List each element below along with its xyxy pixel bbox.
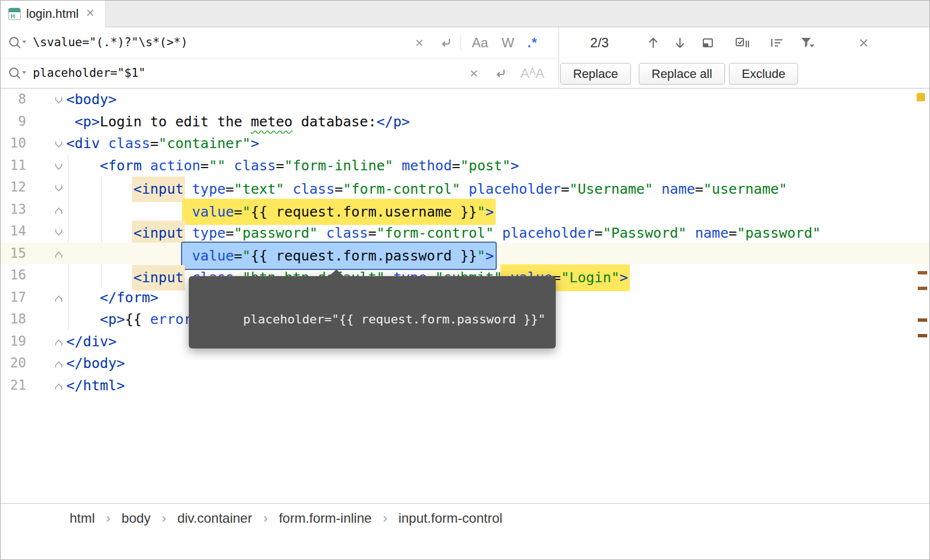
code-token: = (452, 158, 460, 174)
code-token (184, 248, 192, 264)
open-in-find-window-button[interactable] (696, 27, 720, 58)
code-line[interactable]: 21</html> (1, 375, 929, 397)
tooltip-arrow (329, 269, 344, 276)
code-token (494, 225, 502, 241)
select-all-occurrences-button[interactable] (730, 27, 755, 58)
line-number: 20 (1, 352, 26, 375)
replace-input[interactable] (33, 62, 400, 84)
whole-words-toggle[interactable]: W (495, 27, 521, 58)
find-input[interactable] (33, 31, 400, 53)
code-token: = (594, 225, 603, 241)
breadcrumb-item[interactable]: form.form-inline (279, 510, 372, 526)
gutter (26, 308, 66, 331)
code-token: class (234, 158, 276, 174)
clear-find-icon[interactable] (407, 27, 432, 58)
fold-end-icon[interactable] (55, 352, 63, 375)
code-line[interactable]: 8<body> (1, 89, 929, 111)
gutter (26, 176, 66, 199)
line-number: 17 (1, 287, 26, 309)
next-occurrence-button[interactable] (668, 27, 692, 58)
code-token: > (251, 135, 259, 151)
fold-end-icon[interactable] (55, 199, 63, 221)
code-token: <input (133, 269, 183, 286)
gutter (26, 331, 66, 353)
code-token (653, 181, 662, 197)
code-token: </html> (66, 377, 125, 394)
gutter (26, 111, 66, 133)
code-token: " (477, 248, 486, 264)
match-case-toggle[interactable]: Aa (467, 27, 493, 58)
breadcrumb-separator: › (161, 510, 166, 526)
code-line[interactable]: 11 <form action="" class="form-inline" m… (1, 155, 929, 177)
replacement-preview-text: placeholder="{{ request.form.password }}… (243, 312, 545, 326)
code-token: placeholder (502, 225, 595, 241)
editor-area[interactable]: 8<body>9 <p>Login to edit the meteo data… (1, 89, 929, 503)
code-text: <form action="" class="form-inline" meth… (66, 155, 929, 177)
replace-newline-icon[interactable] (488, 58, 513, 89)
code-token: placeholder (469, 181, 561, 197)
replace-search-icon[interactable] (7, 58, 27, 89)
replace-button[interactable]: Replace (560, 63, 631, 85)
tab-login-html[interactable]: H login.html (1, 1, 106, 27)
insert-newline-icon[interactable] (434, 27, 458, 58)
fold-region-icon[interactable] (55, 132, 63, 155)
close-search-icon[interactable] (851, 27, 876, 58)
exclude-button[interactable]: Exclude (729, 63, 798, 85)
filter-search-button[interactable] (795, 27, 819, 58)
code-token: " (242, 204, 251, 220)
scrollbar-match-mark[interactable] (918, 334, 927, 337)
breadcrumb-item[interactable]: html (70, 510, 95, 526)
code-line[interactable]: 9 <p>Login to edit the meteo database:</… (1, 111, 929, 133)
code-line[interactable]: 20</body> (1, 352, 929, 375)
tab-title: login.html (26, 7, 79, 21)
code-line[interactable]: 12 <input type="text" class="form-contro… (1, 176, 929, 199)
breadcrumb-item[interactable]: div.container (177, 510, 252, 526)
code-token: <p> (75, 114, 100, 130)
code-token (318, 225, 326, 241)
replace-all-button[interactable]: Replace all (639, 63, 725, 85)
code-line[interactable]: 13 value="{{ request.form.username }}"> (1, 199, 929, 221)
code-line[interactable]: 14 <input type="password" class="form-co… (1, 220, 929, 243)
clear-replace-icon[interactable] (462, 58, 486, 89)
fold-region-icon[interactable] (55, 89, 63, 111)
preserve-case-toggle[interactable]: AᴬA (515, 58, 550, 89)
tab-close-icon[interactable] (84, 8, 96, 20)
code-line[interactable]: 15 value="{{ request.form.password }}"> (1, 243, 929, 265)
code-token: value (192, 248, 234, 264)
code-token: > (486, 204, 494, 220)
line-number: 13 (1, 199, 26, 221)
search-icon[interactable] (7, 27, 27, 58)
code-token: class (326, 225, 368, 241)
code-token: = (695, 181, 703, 197)
scrollbar-match-mark[interactable] (918, 318, 927, 322)
gutter (26, 220, 66, 243)
code-token (184, 181, 192, 197)
regex-toggle[interactable]: .* (520, 27, 545, 58)
match-counter: 2/3 (559, 27, 640, 58)
code-text: value="{{ request.form.username }}"> (66, 199, 929, 221)
line-number: 12 (1, 176, 26, 199)
panel-separator (559, 27, 559, 89)
code-text: <input type="text" class="form-control" … (66, 176, 929, 199)
line-number: 10 (1, 132, 26, 155)
fold-region-icon[interactable] (55, 220, 63, 243)
fold-end-icon[interactable] (55, 243, 63, 265)
line-number: 11 (1, 155, 26, 177)
breadcrumb-item[interactable]: input.form-control (398, 510, 502, 526)
line-number: 15 (1, 243, 26, 265)
scrollbar-match-mark[interactable] (918, 271, 927, 274)
code-line[interactable]: 10<div class="container"> (1, 132, 929, 155)
scrollbar-match-mark[interactable] (918, 287, 927, 290)
fold-region-icon[interactable] (55, 155, 63, 177)
gutter (26, 352, 66, 375)
fold-end-icon[interactable] (55, 375, 63, 397)
breadcrumb-item[interactable]: body (121, 510, 150, 526)
breadcrumb-separator: › (383, 510, 387, 526)
code-token: </p> (376, 114, 410, 130)
fold-end-icon[interactable] (55, 331, 63, 353)
fold-region-icon[interactable] (55, 176, 63, 199)
fold-end-icon[interactable] (55, 287, 63, 309)
search-options-button[interactable] (765, 27, 789, 58)
previous-occurrence-button[interactable] (641, 27, 665, 58)
inspection-indicator[interactable] (917, 93, 925, 101)
